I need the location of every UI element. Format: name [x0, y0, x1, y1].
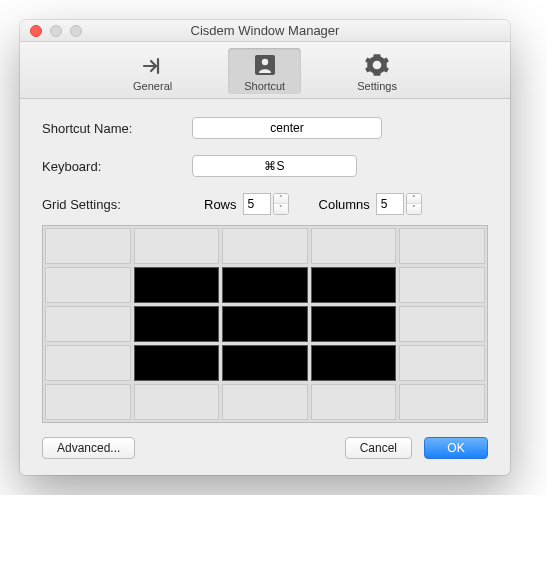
titlebar: Cisdem Window Manager	[20, 20, 510, 42]
traffic-lights	[20, 25, 82, 37]
close-icon[interactable]	[30, 25, 42, 37]
grid-cell[interactable]	[45, 306, 131, 342]
grid-settings-row: Grid Settings: Rows ˄ ˅ Columns ˄ ˅	[42, 193, 488, 215]
rows-label: Rows	[204, 197, 237, 212]
window: Cisdem Window Manager GeneralShortcutSet…	[20, 20, 510, 475]
keyboard-label: Keyboard:	[42, 159, 172, 174]
grid-cell[interactable]	[222, 345, 308, 381]
grid-cell[interactable]	[311, 345, 397, 381]
zoom-icon[interactable]	[70, 25, 82, 37]
footer: Advanced... Cancel OK	[42, 437, 488, 459]
grid-cell[interactable]	[399, 228, 485, 264]
grid	[45, 228, 485, 420]
tab-settings[interactable]: Settings	[341, 48, 413, 94]
rows-input[interactable]	[243, 193, 271, 215]
shortcut-name-label: Shortcut Name:	[42, 121, 172, 136]
grid-cell[interactable]	[45, 384, 131, 420]
grid-box	[42, 225, 488, 423]
window-title: Cisdem Window Manager	[20, 23, 510, 38]
tab-shortcut[interactable]: Shortcut	[228, 48, 301, 94]
rows-step-down[interactable]: ˅	[274, 204, 288, 214]
general-icon	[140, 52, 166, 78]
rows-step-up[interactable]: ˄	[274, 194, 288, 204]
columns-step-up[interactable]: ˄	[407, 194, 421, 204]
tab-label: Settings	[357, 80, 397, 92]
svg-point-1	[261, 59, 267, 65]
rows-stepper: ˄ ˅	[243, 193, 289, 215]
tab-general[interactable]: General	[117, 48, 188, 94]
grid-cell[interactable]	[399, 267, 485, 303]
tab-label: Shortcut	[244, 80, 285, 92]
grid-cell[interactable]	[134, 384, 220, 420]
grid-cell[interactable]	[311, 228, 397, 264]
grid-cell[interactable]	[134, 345, 220, 381]
grid-cell[interactable]	[311, 267, 397, 303]
shortcut-name-row: Shortcut Name:	[42, 117, 488, 139]
ok-button[interactable]: OK	[424, 437, 488, 459]
shortcut-icon	[252, 52, 278, 78]
grid-cell[interactable]	[311, 384, 397, 420]
grid-cell[interactable]	[399, 384, 485, 420]
keyboard-row: Keyboard: ⌘S	[42, 155, 488, 177]
columns-input[interactable]	[376, 193, 404, 215]
grid-cell[interactable]	[222, 384, 308, 420]
grid-cell[interactable]	[134, 228, 220, 264]
tab-label: General	[133, 80, 172, 92]
grid-cell[interactable]	[222, 267, 308, 303]
shortcut-name-input[interactable]	[192, 117, 382, 139]
grid-cell[interactable]	[222, 306, 308, 342]
grid-cell[interactable]	[134, 267, 220, 303]
grid-cell[interactable]	[222, 228, 308, 264]
keyboard-shortcut-input[interactable]: ⌘S	[192, 155, 357, 177]
content: Shortcut Name: Keyboard: ⌘S Grid Setting…	[20, 99, 510, 475]
advanced-button[interactable]: Advanced...	[42, 437, 135, 459]
settings-icon	[364, 52, 390, 78]
grid-settings-label: Grid Settings:	[42, 197, 172, 212]
minimize-icon[interactable]	[50, 25, 62, 37]
grid-cell[interactable]	[311, 306, 397, 342]
grid-cell[interactable]	[399, 345, 485, 381]
grid-cell[interactable]	[45, 345, 131, 381]
grid-cell[interactable]	[134, 306, 220, 342]
grid-cell[interactable]	[45, 228, 131, 264]
toolbar: GeneralShortcutSettings	[20, 42, 510, 99]
columns-stepper: ˄ ˅	[376, 193, 422, 215]
columns-step-down[interactable]: ˅	[407, 204, 421, 214]
columns-label: Columns	[319, 197, 370, 212]
grid-cell[interactable]	[45, 267, 131, 303]
cancel-button[interactable]: Cancel	[345, 437, 412, 459]
grid-cell[interactable]	[399, 306, 485, 342]
